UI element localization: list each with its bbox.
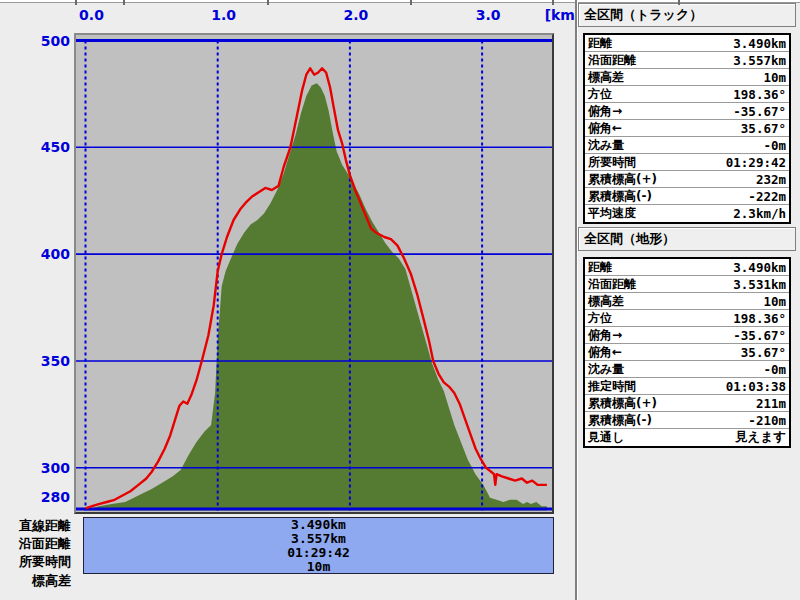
x-axis-tick-label: 3.0 [476, 7, 501, 23]
panel-title-track: 全区間（トラック） [578, 3, 796, 27]
stat-row: 推定時間01:03:38 [585, 378, 789, 395]
summary-label: 所要時間 [0, 553, 71, 571]
stat-row: 標高差10m [585, 293, 789, 310]
stat-label: 累積標高(+) [588, 395, 657, 412]
stat-value: 3.490km [733, 260, 786, 275]
x-axis-tick-label: 1.0 [211, 7, 236, 23]
stat-row: 所要時間01:29:42 [585, 154, 789, 171]
stat-value: 3.490km [733, 36, 786, 51]
y-axis-tick-label: 300 [0, 460, 70, 476]
stat-value: 10m [763, 294, 786, 309]
stat-value: 35.67° [741, 345, 786, 360]
stat-label: 平均速度 [588, 205, 636, 222]
stat-label: 累積標高(-) [588, 412, 652, 429]
stat-value: 見えます [735, 429, 786, 446]
stat-label: 沿面距離 [588, 276, 636, 293]
elevation-profile-chart[interactable] [74, 33, 554, 514]
stat-label: 累積標高(+) [588, 171, 657, 188]
top-edge-tick [678, 0, 680, 5]
stat-label: 俯角→ [588, 103, 622, 120]
stat-label: 沈み量 [588, 361, 624, 378]
stat-value: 198.36° [733, 311, 786, 326]
stat-row: 方位198.36° [585, 310, 789, 327]
summary-label: 沿面距離 [0, 535, 71, 553]
stat-value: 10m [763, 70, 786, 85]
stat-value: 232m [756, 172, 786, 187]
stat-value: -222m [748, 189, 786, 204]
stat-label: 推定時間 [588, 378, 636, 395]
stat-row: 俯角←35.67° [585, 344, 789, 361]
stat-label: 標高差 [588, 69, 624, 86]
stat-value: 3.531km [733, 277, 786, 292]
stat-label: 沈み量 [588, 137, 624, 154]
stat-row: 累積標高(-)-222m [585, 188, 789, 205]
stat-value: 211m [756, 396, 786, 411]
stat-label: 方位 [588, 86, 612, 103]
panel-title-terrain: 全区間（地形） [578, 227, 796, 251]
stat-value: 35.67° [741, 121, 786, 136]
stat-label: 方位 [588, 310, 612, 327]
summary-value: 3.557km [291, 532, 346, 545]
stat-value: 198.36° [733, 87, 786, 102]
stat-row: 方位198.36° [585, 86, 789, 103]
stat-row: 距離3.490km [585, 35, 789, 52]
y-axis-tick-label: 500 [0, 33, 70, 49]
stat-row: 標高差10m [585, 69, 789, 86]
stat-label: 距離 [588, 35, 612, 52]
stat-value: 01:29:42 [726, 155, 786, 170]
stat-row: 沿面距離3.531km [585, 276, 789, 293]
y-axis-tick-label: 400 [0, 246, 70, 262]
summary-labels: 直線距離沿面距離所要時間標高差 [0, 517, 71, 590]
stat-row: 沿面距離3.557km [585, 52, 789, 69]
stat-value: 01:03:38 [726, 379, 786, 394]
stat-value: -210m [748, 413, 786, 428]
stat-label: 所要時間 [588, 154, 636, 171]
stat-value: 2.3km/h [733, 206, 786, 221]
stat-row: 累積標高(+)232m [585, 171, 789, 188]
stat-label: 標高差 [588, 293, 624, 310]
stat-row: 平均速度2.3km/h [585, 205, 789, 222]
stat-label: 俯角← [588, 120, 622, 137]
stat-row: 累積標高(-)-210m [585, 412, 789, 429]
stat-label: 距離 [588, 259, 612, 276]
stat-value: -35.67° [733, 104, 786, 119]
stat-label: 見通し [588, 429, 624, 446]
summary-box: 3.490km3.557km01:29:4210m [83, 517, 554, 574]
stats-table-track: 距離3.490km沿面距離3.557km標高差10m方位198.36°俯角→-3… [583, 33, 791, 224]
y-axis-tick-label: 450 [0, 139, 70, 155]
stat-value: -0m [763, 362, 786, 377]
summary-value: 01:29:42 [287, 546, 350, 559]
stat-row: 俯角→-35.67° [585, 327, 789, 344]
profile-plot-area[interactable] [76, 35, 552, 512]
summary-value: 3.490km [291, 518, 346, 531]
stat-row: 沈み量-0m [585, 137, 789, 154]
x-axis-tick-label: 0.0 [79, 7, 104, 23]
panel-divider [575, 0, 578, 600]
stat-label: 沿面距離 [588, 52, 636, 69]
stat-value: -0m [763, 138, 786, 153]
stat-row: 見通し見えます [585, 429, 789, 446]
stat-label: 俯角→ [588, 327, 622, 344]
stat-value: -35.67° [733, 328, 786, 343]
top-edge-tick [75, 0, 77, 5]
summary-label: 直線距離 [0, 517, 71, 535]
stat-row: 沈み量-0m [585, 361, 789, 378]
stat-label: 累積標高(-) [588, 188, 652, 205]
stat-row: 累積標高(+)211m [585, 395, 789, 412]
summary-value: 10m [307, 560, 330, 573]
summary-label: 標高差 [0, 572, 71, 590]
y-axis-tick-label: 280 [0, 489, 70, 505]
stats-table-terrain: 距離3.490km沿面距離3.531km標高差10m方位198.36°俯角→-3… [583, 257, 791, 448]
top-edge-tick [267, 0, 269, 5]
stat-row: 俯角←35.67° [585, 120, 789, 137]
stat-label: 俯角← [588, 344, 622, 361]
stat-row: 距離3.490km [585, 259, 789, 276]
top-edge-tick [123, 0, 125, 5]
top-edge-tick [552, 0, 554, 5]
stat-value: 3.557km [733, 53, 786, 68]
top-edge-tick [410, 0, 412, 5]
stat-row: 俯角→-35.67° [585, 103, 789, 120]
y-axis-tick-label: 350 [0, 353, 70, 369]
x-axis-tick-label: 2.0 [343, 7, 368, 23]
